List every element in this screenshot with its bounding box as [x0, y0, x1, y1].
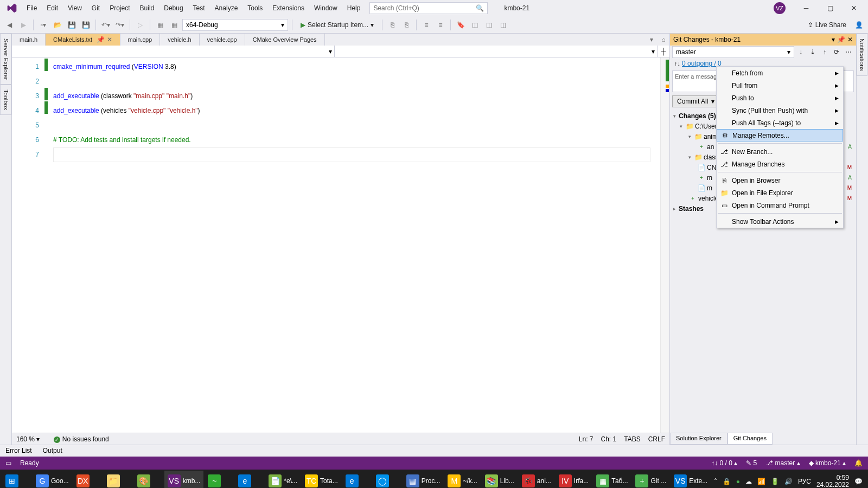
pull-icon[interactable]: ⇣	[807, 47, 818, 57]
ctx-push-to[interactable]: Push to▶	[717, 92, 843, 104]
taskbar-item[interactable]: 🎨	[134, 471, 163, 488]
taskbar-item[interactable]: DX	[73, 471, 103, 488]
menu-project[interactable]: Project	[105, 2, 135, 14]
scrollbar[interactable]	[660, 57, 669, 433]
error-list-tab[interactable]: Error List	[0, 445, 37, 457]
tb-icon[interactable]: ◫	[497, 19, 509, 31]
sync-icon[interactable]: ⟳	[831, 47, 842, 57]
forward-button[interactable]: ▶	[17, 19, 29, 31]
taskbar-item[interactable]: GGoo...	[33, 471, 72, 488]
tb-icon[interactable]: ◫	[483, 19, 495, 31]
tb-icon[interactable]: ≡	[420, 19, 432, 31]
menu-debug[interactable]: Debug	[159, 2, 188, 14]
taskbar-item[interactable]: ⊞	[2, 471, 31, 488]
menu-extensions[interactable]: Extensions	[267, 2, 309, 14]
save-all-button[interactable]: 💾	[80, 19, 92, 31]
tab-main-h[interactable]: main.h	[12, 34, 46, 46]
taskbar-item[interactable]: VSkmb...	[164, 471, 204, 488]
commit-all-button[interactable]: Commit All▾	[672, 95, 719, 107]
taskbar-item[interactable]: +Git ...	[632, 471, 669, 488]
sync-status[interactable]: ↑↓ 0 / 0 ▴	[711, 459, 737, 467]
toolbox-tab[interactable]: Toolbox	[0, 85, 11, 115]
branch-status[interactable]: ⎇ master ▴	[765, 459, 800, 467]
taskbar-item[interactable]: 📚Lib...	[482, 471, 518, 488]
notifications-tab[interactable]: Notifications	[857, 34, 867, 76]
tray-chevron-icon[interactable]: ˄	[714, 478, 717, 485]
tab-dropdown-icon[interactable]: ▾	[646, 34, 658, 46]
menu-file[interactable]: File	[22, 2, 42, 14]
output-tab[interactable]: Output	[37, 445, 68, 457]
config-combo[interactable]: x64-Debug▾	[182, 19, 288, 31]
ctx-show-toolbar-actions[interactable]: Show Toolbar Actions▶	[717, 215, 843, 228]
taskbar-item[interactable]: ◯	[373, 471, 402, 488]
more-icon[interactable]: ⋯	[843, 47, 854, 57]
outgoing-link[interactable]: 0 outgoing / 0	[682, 60, 722, 67]
pin-icon[interactable]: ▾	[832, 36, 835, 43]
ctx-fetch-from[interactable]: Fetch from▶	[717, 67, 843, 79]
ctx-open-in-command-prompt[interactable]: ▭Open in Command Prompt	[717, 199, 843, 211]
solution-explorer-tab[interactable]: Solution Explorer	[670, 433, 727, 445]
taskbar-item[interactable]: 📁	[104, 471, 133, 488]
menu-test[interactable]: Test	[188, 2, 210, 14]
maximize-button[interactable]: ▢	[818, 0, 842, 16]
tray-volume-icon[interactable]: 🔊	[784, 478, 793, 485]
start-button[interactable]: ▶Select Startup Item...▾	[296, 19, 378, 31]
tray-clock[interactable]: 0:5924.02.2022	[816, 474, 849, 488]
fetch-icon[interactable]: ↓	[795, 47, 806, 57]
tb-icon[interactable]: ≡	[435, 19, 446, 31]
redo-button[interactable]: ↷▾	[114, 19, 126, 31]
tray-lang[interactable]: РУС	[798, 478, 811, 485]
tray-icon[interactable]: ●	[736, 478, 740, 485]
tb-icon[interactable]: ⎘	[386, 19, 398, 31]
ctx-push-all-tags-tags-to[interactable]: Push All Tags (--tags) to▶	[717, 117, 843, 129]
close-button[interactable]: ✕	[842, 0, 866, 16]
ctx-new-branch-[interactable]: ⎇New Branch...	[717, 145, 843, 158]
search-input[interactable]: Search (Ctrl+Q)🔍	[369, 2, 488, 14]
taskbar-item[interactable]: IVIrfa...	[556, 471, 592, 488]
split-icon[interactable]: ┼	[658, 46, 669, 57]
tb-icon[interactable]: 🔖	[455, 19, 467, 31]
repo-status[interactable]: ◆ kmbo-21 ▴	[809, 459, 846, 467]
build2-button[interactable]: ▦	[168, 19, 180, 31]
tb-icon[interactable]: ⎘	[400, 19, 412, 31]
minimize-button[interactable]: ─	[794, 0, 818, 16]
tab-main-cpp[interactable]: main.cpp	[120, 34, 161, 46]
git-changes-tab[interactable]: Git Changes	[727, 433, 773, 445]
solution-name[interactable]: kmbo-21	[499, 3, 535, 13]
menu-analyze[interactable]: Analyze	[210, 2, 243, 14]
taskbar-item[interactable]: 📄*e\...	[265, 471, 301, 488]
menu-build[interactable]: Build	[135, 2, 159, 14]
build-button[interactable]: ▦	[154, 19, 166, 31]
tray-battery-icon[interactable]: 🔋	[771, 478, 779, 485]
taskbar-item[interactable]: ▦Таб...	[593, 471, 631, 488]
taskbar-item[interactable]: VSExte...	[671, 471, 711, 488]
back-button[interactable]: ◀	[3, 19, 15, 31]
tray-action-center-icon[interactable]: 💬	[854, 478, 863, 485]
taskbar-item[interactable]: e	[342, 471, 372, 488]
push-icon[interactable]: ↑	[819, 47, 830, 57]
taskbar-item[interactable]: M~/k...	[444, 471, 480, 488]
tab-cmakelists-txt[interactable]: CMakeLists.txt📌 ✕	[46, 34, 120, 46]
tab-cmake-overview-pages[interactable]: CMake Overview Pages	[245, 34, 325, 46]
notification-icon[interactable]: 🔔	[854, 459, 863, 467]
menu-view[interactable]: View	[63, 2, 87, 14]
ctx-open-in-browser[interactable]: ⎘Open in Browser	[717, 174, 843, 187]
save-button[interactable]: 💾	[66, 19, 78, 31]
live-share-button[interactable]: ⇪ Live Share	[803, 19, 851, 31]
step-button[interactable]: ▷	[134, 19, 146, 31]
open-button[interactable]: 📂	[52, 19, 63, 31]
tray-icon[interactable]: 🔒	[723, 478, 731, 485]
undo-button[interactable]: ↶▾	[100, 19, 112, 31]
tb-icon[interactable]: ◫	[469, 19, 481, 31]
menu-tools[interactable]: Tools	[242, 2, 267, 14]
ctx-manage-remotes-[interactable]: ⚙Manage Remotes...	[717, 129, 843, 142]
taskbar-item[interactable]: 🐞ani...	[519, 471, 554, 488]
taskbar-item[interactable]: ~	[205, 471, 234, 488]
nav-member-combo[interactable]: ▾	[335, 46, 658, 57]
nav-scope-combo[interactable]: ▾	[12, 46, 335, 57]
menu-git[interactable]: Git	[87, 2, 105, 14]
ctx-pull-from[interactable]: Pull from▶	[717, 79, 843, 92]
changes-status[interactable]: ✎ 5	[746, 459, 757, 467]
tray-icon[interactable]: ☁	[745, 478, 752, 485]
branch-combo[interactable]: master▾	[672, 46, 794, 58]
